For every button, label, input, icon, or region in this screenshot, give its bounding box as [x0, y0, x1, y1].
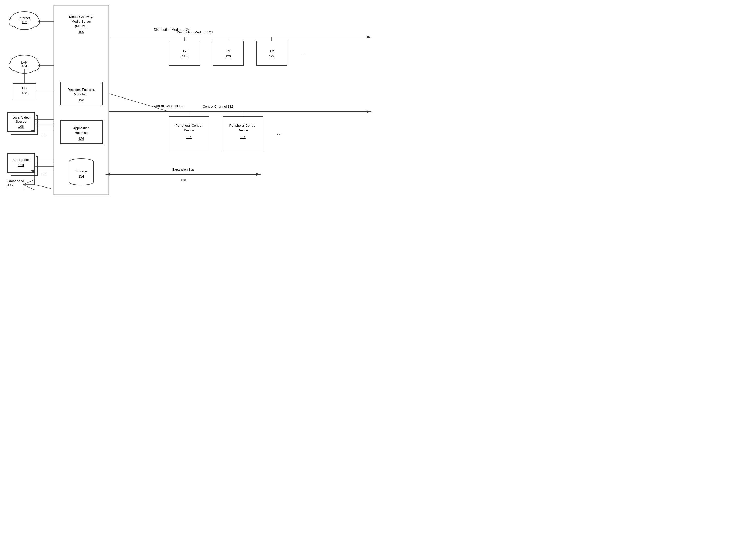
expansion-arrow-right — [256, 173, 261, 176]
svg-rect-13 — [9, 114, 36, 133]
svg-line-19 — [35, 185, 51, 188]
pc-label: PC — [22, 86, 27, 90]
svg-point-3 — [14, 21, 35, 30]
svg-point-7 — [9, 60, 24, 71]
svg-point-10 — [11, 56, 38, 70]
tv3-box — [256, 41, 287, 65]
diagram-svg: Internet 102 LAN 104 PC 106 Local Video … — [0, 0, 378, 276]
svg-line-30 — [23, 179, 35, 185]
label-130: 130 — [41, 173, 46, 177]
decoder-label1: Decoder, Encoder, — [68, 88, 95, 92]
expansion-arrow-left — [105, 173, 110, 176]
control-channel-text: Control Channel 132 — [154, 104, 184, 108]
svg-point-5 — [10, 15, 38, 28]
130-arrow — [29, 169, 35, 172]
svg-point-4 — [11, 12, 38, 26]
control-arrow — [367, 110, 372, 113]
local-video-label2: Source — [16, 119, 26, 123]
pcd2-label1: Peripheral Control — [229, 124, 256, 127]
pcd2-number: 116 — [240, 135, 246, 139]
mgms-label2: Media Server — [71, 19, 91, 23]
internet-cloud — [9, 12, 40, 30]
app-proc-label2: Processor — [74, 131, 89, 135]
tv2-box — [213, 41, 244, 65]
svg-rect-16 — [9, 155, 36, 174]
mgms-outer — [54, 5, 109, 195]
distribution-medium-text: Distribution Medium 124 — [154, 28, 190, 32]
svg-rect-12 — [11, 115, 38, 135]
mgms-label1: Media Gateway/ — [69, 15, 93, 19]
internet-number: 102 — [22, 20, 27, 24]
local-video-number: 108 — [18, 125, 24, 128]
128-arrow — [29, 129, 35, 132]
svg-rect-24 — [69, 162, 93, 182]
svg-point-1 — [9, 16, 24, 27]
app-proc-number: 136 — [78, 137, 84, 140]
tv1-number: 118 — [182, 54, 187, 58]
pcd-dots: . . . — [277, 132, 282, 135]
distribution-arrow — [367, 36, 372, 38]
pc-number: 106 — [22, 91, 27, 95]
storage-body — [69, 162, 93, 182]
tv3-number: 122 — [269, 54, 275, 58]
storage-bottom — [69, 179, 93, 185]
mgms-number: 100 — [78, 30, 84, 34]
svg-rect-14 — [8, 112, 35, 132]
internet-label: Internet — [19, 16, 30, 20]
storage-top — [69, 158, 93, 165]
svg-rect-15 — [11, 156, 38, 176]
pcd1-label1: Peripheral Control — [176, 124, 203, 127]
pcd1-box — [169, 117, 209, 150]
mgms-to-control — [109, 94, 169, 112]
lan-cloud — [9, 55, 40, 73]
tv1-box — [169, 41, 200, 65]
control-label: Control Channel 132 — [203, 105, 233, 108]
tv1-label: TV — [183, 49, 187, 53]
pcd1-number: 114 — [186, 135, 192, 139]
app-proc-label1: Application — [73, 126, 89, 130]
stb-label: Set-top-box — [12, 158, 30, 162]
decoder-label2: Modulator — [74, 92, 89, 96]
app-proc-box — [60, 120, 103, 144]
svg-point-9 — [14, 64, 35, 73]
svg-point-6 — [10, 55, 38, 70]
tv2-number: 120 — [225, 54, 231, 58]
svg-point-0 — [10, 12, 38, 27]
broadband-number: 112 — [8, 183, 13, 187]
pcd2-box — [223, 117, 263, 150]
expansion-label2: 138 — [180, 178, 186, 182]
svg-point-11 — [10, 59, 38, 72]
svg-rect-17 — [8, 153, 35, 173]
lan-number: 104 — [22, 64, 27, 68]
pc-box — [13, 83, 36, 99]
tv-dots: . . . — [300, 52, 305, 56]
diagram: Internet 102 LAN 104 PC 106 Local Video … — [0, 0, 378, 276]
svg-point-8 — [24, 60, 40, 71]
expansion-label1: Expansion Bus — [172, 167, 195, 171]
decoder-number: 126 — [78, 98, 84, 102]
pcd2-label2: Device — [238, 128, 248, 132]
storage-label: Storage — [75, 169, 87, 173]
stb-number: 110 — [18, 163, 24, 167]
mgms-label3: (MGMS) — [75, 24, 87, 28]
tv2-label: TV — [226, 49, 230, 53]
decoder-box — [60, 82, 103, 105]
svg-line-32 — [23, 185, 35, 190]
local-video-label1: Local Video — [12, 115, 30, 119]
svg-point-2 — [24, 16, 40, 27]
broadband-label: Broadband — [8, 179, 24, 183]
storage-number: 134 — [78, 174, 84, 178]
lan-label: LAN — [21, 61, 27, 64]
tv3-label: TV — [270, 49, 274, 53]
label-128: 128 — [41, 133, 46, 137]
pcd1-label2: Device — [184, 128, 194, 132]
